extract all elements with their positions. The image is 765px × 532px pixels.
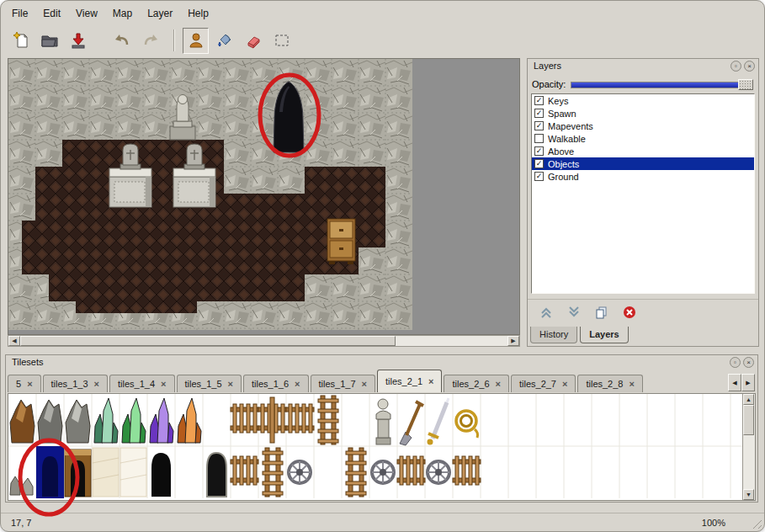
layer-visibility-checkbox[interactable]: ✓ bbox=[534, 159, 544, 168]
pale-tile-2[interactable] bbox=[120, 448, 146, 497]
layer-visibility-checkbox[interactable] bbox=[534, 134, 544, 143]
layer-row-keys[interactable]: ✓Keys bbox=[532, 94, 754, 107]
paint-tool-button[interactable] bbox=[211, 28, 237, 54]
map-canvas[interactable] bbox=[8, 59, 412, 330]
hscroll-thumb[interactable] bbox=[20, 336, 396, 346]
tileset-view[interactable]: ▲ ▼ bbox=[8, 393, 756, 501]
tabs-scroll-left-icon[interactable]: ◀ bbox=[728, 374, 741, 391]
tab-close-icon[interactable]: × bbox=[161, 379, 166, 389]
menu-file[interactable]: File bbox=[4, 6, 35, 21]
panel-close-button[interactable]: × bbox=[743, 357, 754, 368]
tileset-tab-tiles_1_5[interactable]: tiles_1_5× bbox=[177, 375, 242, 392]
layers-panel-header: Layers ▫ × bbox=[528, 59, 758, 72]
cave-arch-tile-2[interactable] bbox=[207, 453, 226, 497]
layer-duplicate-button[interactable] bbox=[593, 304, 610, 321]
layer-row-objects[interactable]: ✓Objects bbox=[532, 157, 754, 170]
redo-button[interactable] bbox=[137, 28, 163, 54]
menu-view[interactable]: View bbox=[68, 6, 105, 21]
layers-panel-title: Layers bbox=[531, 61, 728, 71]
tileset-vscrollbar[interactable]: ▲ ▼ bbox=[742, 394, 755, 500]
wagon-wheel-tile[interactable] bbox=[428, 461, 449, 483]
tab-close-icon[interactable]: × bbox=[629, 379, 634, 389]
tileset-tab-tiles_2_8[interactable]: tiles_2_8× bbox=[577, 375, 642, 392]
map-hscrollbar[interactable]: ◀ ▶ bbox=[8, 335, 520, 347]
menu-help[interactable]: Help bbox=[180, 6, 216, 21]
cabinet bbox=[327, 219, 355, 264]
layer-list[interactable]: ✓Keys✓Spawn✓MapeventsWalkable✓Above✓Obje… bbox=[531, 93, 755, 294]
selected-dark-doorway-tile[interactable] bbox=[36, 446, 64, 498]
tileset-canvas[interactable] bbox=[8, 394, 744, 498]
layer-move-down-button[interactable] bbox=[566, 304, 582, 321]
panel-close-button[interactable]: × bbox=[744, 61, 755, 72]
layer-move-up-button[interactable] bbox=[538, 304, 555, 321]
opacity-slider[interactable] bbox=[571, 79, 753, 90]
layer-delete-button[interactable] bbox=[621, 304, 638, 321]
tab-close-icon[interactable]: × bbox=[27, 379, 32, 389]
scroll-up-icon[interactable]: ▲ bbox=[743, 394, 754, 405]
tileset-tab-tiles_1_3[interactable]: tiles_1_3× bbox=[43, 375, 108, 392]
tileset-tab-tiles_2_6[interactable]: tiles_2_6× bbox=[444, 375, 508, 392]
layer-row-above[interactable]: ✓Above bbox=[532, 145, 754, 157]
tab-layers[interactable]: Layers bbox=[580, 327, 628, 343]
tab-close-icon[interactable]: × bbox=[428, 376, 433, 386]
tilesets-panel-title: Tilesets bbox=[9, 357, 727, 367]
door-frame-tile[interactable] bbox=[65, 450, 91, 497]
layer-name: Objects bbox=[548, 159, 579, 169]
delete-icon bbox=[623, 306, 636, 319]
tileset-tab-tiles_2_1[interactable]: tiles_2_1× bbox=[377, 370, 442, 392]
entity-tool-button[interactable] bbox=[183, 28, 209, 54]
panel-float-button[interactable]: ▫ bbox=[730, 61, 741, 72]
layer-visibility-checkbox[interactable]: ✓ bbox=[534, 96, 544, 105]
layer-name: Ground bbox=[548, 172, 579, 182]
tileset-tab-5[interactable]: 5× bbox=[8, 375, 41, 392]
select-tool-button[interactable] bbox=[268, 28, 295, 54]
tab-history[interactable]: History bbox=[530, 327, 577, 343]
scroll-right-icon[interactable]: ▶ bbox=[507, 336, 519, 346]
paint-bucket-icon bbox=[215, 31, 234, 50]
tileset-tab-tiles_1_6[interactable]: tiles_1_6× bbox=[243, 375, 308, 392]
layer-visibility-checkbox[interactable]: ✓ bbox=[534, 172, 544, 181]
layer-visibility-checkbox[interactable]: ✓ bbox=[534, 121, 544, 130]
save-button[interactable] bbox=[65, 28, 91, 54]
layer-visibility-checkbox[interactable]: ✓ bbox=[534, 109, 544, 118]
undo-button[interactable] bbox=[109, 28, 135, 54]
toolbar-separator bbox=[173, 29, 175, 51]
menu-layer[interactable]: Layer bbox=[140, 6, 180, 21]
scroll-left-icon[interactable]: ◀ bbox=[8, 336, 20, 346]
cave-arch-tile[interactable] bbox=[151, 453, 171, 497]
pale-tile[interactable] bbox=[93, 448, 119, 497]
layer-row-mapevents[interactable]: ✓Mapevents bbox=[532, 120, 754, 132]
tileset-tab-label: tiles_2_8 bbox=[586, 379, 623, 389]
tab-close-icon[interactable]: × bbox=[362, 379, 367, 389]
tileset-tab-tiles_1_7[interactable]: tiles_1_7× bbox=[311, 375, 375, 392]
scroll-down-icon[interactable]: ▼ bbox=[743, 489, 754, 500]
layer-row-ground[interactable]: ✓Ground bbox=[532, 170, 754, 183]
new-file-button[interactable] bbox=[8, 28, 34, 54]
layer-actions bbox=[528, 299, 758, 324]
resize-grip[interactable] bbox=[751, 518, 762, 529]
tileset-tab-tiles_2_7[interactable]: tiles_2_7× bbox=[511, 375, 576, 392]
menu-map[interactable]: Map bbox=[105, 6, 140, 21]
menu-edit[interactable]: Edit bbox=[35, 6, 68, 21]
tab-close-icon[interactable]: × bbox=[295, 379, 300, 389]
tab-close-icon[interactable]: × bbox=[228, 379, 233, 389]
wagon-wheel-tile[interactable] bbox=[372, 461, 394, 483]
map-viewport[interactable] bbox=[8, 58, 520, 335]
layer-visibility-checkbox[interactable]: ✓ bbox=[534, 146, 544, 156]
vscroll-thumb[interactable] bbox=[743, 405, 754, 435]
layer-row-walkable[interactable]: Walkable bbox=[532, 132, 754, 145]
tab-close-icon[interactable]: × bbox=[94, 379, 99, 389]
opacity-slider-handle[interactable] bbox=[738, 79, 753, 90]
tileset-tab-tiles_1_4[interactable]: tiles_1_4× bbox=[109, 375, 174, 392]
tileset-tab-label: 5 bbox=[16, 379, 21, 389]
chevron-up-icon bbox=[539, 306, 553, 319]
eraser-tool-button[interactable] bbox=[240, 28, 266, 54]
layer-row-spawn[interactable]: ✓Spawn bbox=[532, 107, 754, 120]
wagon-wheel-tile[interactable] bbox=[289, 461, 311, 483]
layer-name: Mapevents bbox=[548, 121, 593, 131]
tab-close-icon[interactable]: × bbox=[496, 379, 501, 389]
open-button[interactable] bbox=[36, 28, 62, 54]
panel-float-button[interactable]: ▫ bbox=[730, 357, 741, 368]
tabs-scroll-right-icon[interactable]: ▶ bbox=[741, 374, 755, 391]
tab-close-icon[interactable]: × bbox=[562, 379, 567, 389]
